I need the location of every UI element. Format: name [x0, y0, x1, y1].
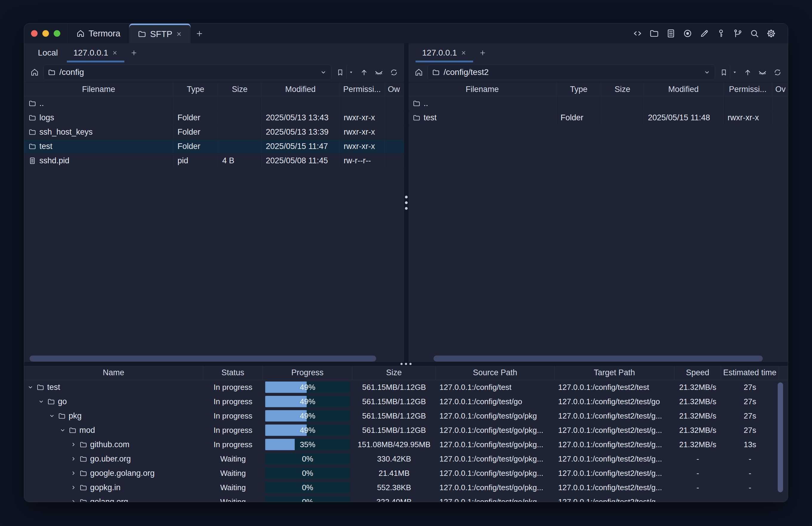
- column-header-type[interactable]: Type: [173, 82, 218, 96]
- close-tab-icon[interactable]: [176, 31, 182, 37]
- tree-chevron-icon[interactable]: [70, 499, 77, 502]
- close-tab-icon[interactable]: [112, 50, 118, 56]
- column-header-owner[interactable]: Ov: [772, 82, 788, 96]
- column-header-size[interactable]: Size: [352, 366, 436, 380]
- file-row[interactable]: logs Folder 2025/05/13 13:43 rwxr-xr-x: [24, 111, 404, 125]
- record-button[interactable]: [682, 27, 694, 39]
- tab-local[interactable]: Local: [30, 43, 66, 62]
- toggle-hidden-files-button[interactable]: [373, 66, 385, 79]
- transfer-row[interactable]: golang.org Waiting 0% 322.40MB 127.0.0.1…: [24, 495, 788, 502]
- transfer-size: 561.15MB/1.12GB: [352, 411, 436, 421]
- close-window-button[interactable]: [31, 30, 38, 37]
- column-header-estimated-time[interactable]: Estimated time: [721, 366, 779, 380]
- tree-chevron-icon[interactable]: [49, 413, 55, 419]
- horizontal-scrollbar[interactable]: [30, 356, 376, 361]
- tab-127-0-0-1[interactable]: 127.0.0.1: [66, 43, 126, 62]
- transfer-row[interactable]: google.golang.org Waiting 0% 21.41MB 127…: [24, 466, 788, 480]
- edit-button[interactable]: [698, 27, 710, 39]
- transfer-row[interactable]: github.com In progress 35% 151.08MB/429.…: [24, 437, 788, 452]
- tree-chevron-icon[interactable]: [70, 456, 77, 462]
- column-header-permissions[interactable]: Permissi...: [723, 82, 772, 96]
- progress-label: 49%: [265, 396, 350, 407]
- transfers-splitter[interactable]: [24, 362, 788, 366]
- close-tab-icon[interactable]: [461, 50, 466, 56]
- git-branch-button[interactable]: [732, 27, 744, 39]
- transfer-row[interactable]: test In progress 49% 561.15MB/1.12GB 127…: [24, 380, 788, 394]
- column-header-size[interactable]: Size: [601, 82, 644, 96]
- file-row[interactable]: test Folder 2025/05/15 11:47 rwxr-xr-x: [24, 139, 404, 154]
- maximize-window-button[interactable]: [54, 30, 60, 37]
- bookmark-dropdown-button[interactable]: [346, 66, 355, 79]
- column-header-source-path[interactable]: Source Path: [436, 366, 554, 380]
- chevron-down-icon[interactable]: [704, 69, 711, 76]
- transfer-progress: 49%: [263, 380, 352, 394]
- log-button[interactable]: [665, 27, 677, 39]
- path-input[interactable]: /config: [43, 65, 331, 80]
- transfer-row[interactable]: pkg In progress 49% 561.15MB/1.12GB 127.…: [24, 409, 788, 423]
- transfer-progress: 0%: [263, 480, 352, 495]
- tree-chevron-icon[interactable]: [27, 384, 34, 390]
- home-button[interactable]: [28, 66, 41, 79]
- tree-chevron-icon[interactable]: [38, 398, 44, 405]
- refresh-button[interactable]: [771, 66, 784, 79]
- file-row[interactable]: ..: [24, 96, 404, 111]
- tab-sftp[interactable]: SFTP: [129, 24, 191, 43]
- new-pane-tab-button[interactable]: [126, 43, 142, 62]
- pane-splitter[interactable]: [404, 43, 408, 362]
- transfer-row[interactable]: go.uber.org Waiting 0% 330.42KB 127.0.0.…: [24, 452, 788, 466]
- new-pane-tab-button[interactable]: [474, 43, 491, 62]
- path-text: /config/test2: [444, 68, 489, 77]
- parent-directory-button[interactable]: [358, 66, 370, 79]
- column-header-target-path[interactable]: Target Path: [554, 366, 675, 380]
- path-input[interactable]: /config/test2: [427, 65, 715, 80]
- column-header-filename[interactable]: Filename: [24, 82, 173, 96]
- column-header-progress[interactable]: Progress: [263, 366, 352, 380]
- transfer-size: 561.15MB/1.12GB: [352, 397, 436, 406]
- column-header-modified[interactable]: Modified: [262, 82, 339, 96]
- code-button[interactable]: [632, 27, 643, 39]
- home-button[interactable]: [412, 66, 425, 79]
- bookmark-button[interactable]: [717, 66, 730, 79]
- transfer-source-path: 127.0.0.1:/config/test/go/pkg...: [436, 483, 554, 492]
- column-header-name[interactable]: Name: [24, 366, 203, 380]
- tree-chevron-icon[interactable]: [70, 484, 77, 491]
- tree-chevron-icon[interactable]: [70, 470, 77, 477]
- column-header-type[interactable]: Type: [556, 82, 601, 96]
- column-header-filename[interactable]: Filename: [408, 82, 556, 96]
- tab-termora[interactable]: Termora: [68, 24, 129, 43]
- horizontal-scrollbar[interactable]: [433, 356, 763, 361]
- file-row[interactable]: sshd.pid pid 4 B 2025/05/08 11:45 rw-r--…: [24, 154, 404, 168]
- toggle-hidden-files-button[interactable]: [756, 66, 769, 79]
- new-window-tab-button[interactable]: [191, 24, 208, 43]
- progress-track: 0%: [265, 468, 350, 479]
- column-header-speed[interactable]: Speed: [675, 366, 721, 380]
- settings-button[interactable]: [765, 27, 777, 39]
- tab-127-0-0-1-right[interactable]: 127.0.0.1: [414, 43, 474, 62]
- transfer-row[interactable]: mod In progress 49% 561.15MB/1.12GB 127.…: [24, 423, 788, 437]
- bookmark-dropdown-button[interactable]: [730, 66, 739, 79]
- chevron-down-icon[interactable]: [320, 69, 327, 76]
- refresh-button[interactable]: [388, 66, 400, 79]
- column-header-status[interactable]: Status: [203, 366, 263, 380]
- vertical-scrollbar[interactable]: [778, 382, 783, 492]
- bookmark-button[interactable]: [334, 66, 346, 79]
- parent-directory-button[interactable]: [741, 66, 754, 79]
- column-header-size[interactable]: Size: [218, 82, 262, 96]
- file-row[interactable]: test Folder 2025/05/15 11:48 rwxr-xr-x: [408, 111, 788, 125]
- transfer-row[interactable]: gopkg.in Waiting 0% 552.38KB 127.0.0.1:/…: [24, 480, 788, 495]
- key-button[interactable]: [715, 27, 727, 39]
- column-header-modified[interactable]: Modified: [644, 82, 723, 96]
- folder-button[interactable]: [648, 27, 660, 39]
- transfer-eta: -: [721, 483, 779, 492]
- search-button[interactable]: [749, 27, 760, 39]
- tree-chevron-icon[interactable]: [70, 441, 77, 448]
- left-table-header: Filename Type Size Modified Permissi... …: [24, 82, 404, 96]
- file-row[interactable]: ssh_host_keys Folder 2025/05/13 13:39 rw…: [24, 125, 404, 139]
- column-header-owner[interactable]: Ow: [385, 82, 404, 96]
- file-row[interactable]: ..: [408, 96, 788, 111]
- minimize-window-button[interactable]: [42, 30, 49, 37]
- transfer-source-path: 127.0.0.1:/config/test/go/pkg...: [436, 469, 554, 478]
- column-header-permissions[interactable]: Permissi...: [339, 82, 385, 96]
- tree-chevron-icon[interactable]: [59, 427, 66, 433]
- transfer-row[interactable]: go In progress 49% 561.15MB/1.12GB 127.0…: [24, 394, 788, 409]
